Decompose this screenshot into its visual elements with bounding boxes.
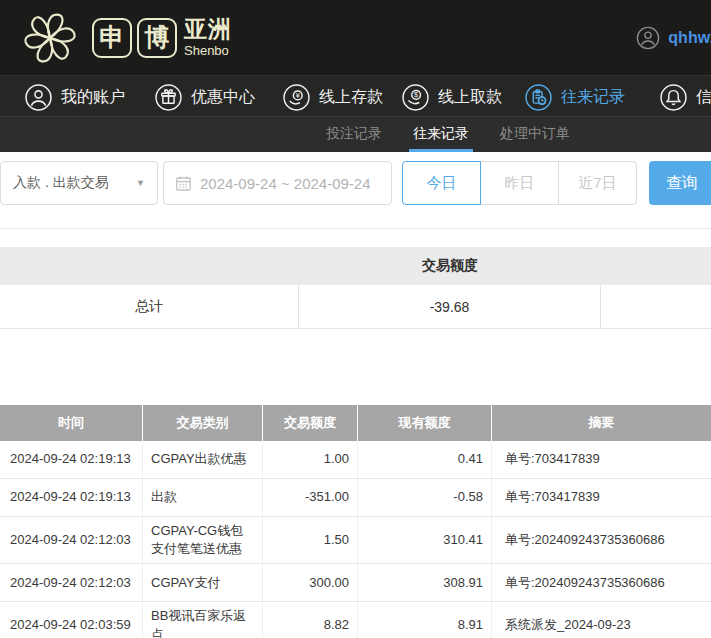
cell-category: CGPAY出款优惠 [143,441,263,478]
transaction-type-select[interactable]: 入款 . 出款交易 ▼ [0,161,158,205]
records-header-row: 时间 交易类别 交易额度 现有额度 摘要 [0,405,711,441]
brand-logo[interactable]: 申 博 亚洲 Shenbo [18,6,232,70]
user-icon [25,84,52,111]
logo-subtitle: Shenbo [184,44,232,57]
summary-table: 交易额度 总计 -39.68 [0,247,711,329]
summary-header-row: 交易额度 [0,247,711,285]
nav-item-deposit[interactable]: ¥ 线上存款 [283,76,383,117]
summary-header-spacer [601,247,711,285]
cell-amount: 8.82 [263,602,358,638]
cell-category: CGPAY-CG钱包支付笔笔送优惠 [143,517,263,563]
today-button[interactable]: 今日 [402,161,481,205]
cell-note: 单号:703417839 [492,479,711,516]
cell-category: BB视讯百家乐返点 [143,602,263,638]
summary-header-label: 交易额度 [299,247,601,285]
cell-time: 2024-09-24 02:12:03 [0,517,143,563]
logo-text: 亚洲 Shenbo [184,18,232,57]
cell-note: 单号:703417839 [492,441,711,478]
subtab-bar: 投注记录 往来记录 处理中订单 [0,117,711,152]
bell-icon [660,84,687,111]
nav-label: 往来记录 [561,87,625,108]
page: 申 博 亚洲 Shenbo qhhw2 我的账户 [0,0,711,638]
withdraw-icon: $ [402,84,429,111]
cell-balance: -0.58 [358,479,492,516]
cell-time: 2024-09-24 02:12:03 [0,564,143,601]
cell-balance: 8.91 [358,602,492,638]
date-range-input[interactable]: 2024-09-24 ~ 2024-09-24 [163,161,392,205]
summary-empty-cell [601,285,711,328]
cell-amount: 1.50 [263,517,358,563]
cell-category: CGPAY支付 [143,564,263,601]
records-body: 2024-09-24 02:19:13 CGPAY出款优惠 1.00 0.41 … [0,441,711,638]
cell-category: 出款 [143,479,263,516]
cell-balance: 310.41 [358,517,492,563]
col-header-time: 时间 [0,405,143,441]
cell-amount: 1.00 [263,441,358,478]
top-header: 申 博 亚洲 Shenbo qhhw2 [0,0,711,75]
nav-item-promotions[interactable]: 优惠中心 [155,76,255,117]
cell-time: 2024-09-24 02:03:59 [0,602,143,638]
summary-total-row: 总计 -39.68 [0,285,711,329]
gift-icon [155,84,182,111]
user-area[interactable]: qhhw2 [636,0,711,75]
col-header-amount: 交易额度 [263,405,358,441]
nav-item-withdraw[interactable]: $ 线上取款 [402,76,502,117]
summary-total-value: -39.68 [299,285,601,328]
nav-item-transaction-records[interactable]: 往来记录 [525,76,625,117]
calendar-icon [175,175,192,192]
summary-total-label: 总计 [0,285,299,328]
records-icon [525,84,552,111]
cell-amount: -351.00 [263,479,358,516]
logo-region: 亚洲 [184,18,232,41]
table-row: 2024-09-24 02:03:59 BB视讯百家乐返点 8.82 8.91 … [0,602,711,638]
nav-label: 线上存款 [319,87,383,108]
search-button[interactable]: 查询 [649,161,711,205]
main-nav: 我的账户 优惠中心 ¥ 线上存款 $ 线上取 [0,75,711,117]
logo-char-shen: 申 [92,18,132,58]
table-row: 2024-09-24 02:12:03 CGPAY-CG钱包支付笔笔送优惠 1.… [0,517,711,564]
tab-betting-records[interactable]: 投注记录 [326,117,382,152]
username[interactable]: qhhw2 [668,29,711,47]
deposit-icon: ¥ [283,84,310,111]
nav-item-messages[interactable]: 信息 [660,76,711,117]
tab-pending-orders[interactable]: 处理中订单 [500,117,570,152]
cell-balance: 308.91 [358,564,492,601]
avatar-icon [636,26,660,50]
cell-time: 2024-09-24 02:19:13 [0,441,143,478]
last-7-days-button[interactable]: 近7日 [558,161,637,205]
cell-time: 2024-09-24 02:19:13 [0,479,143,516]
table-row: 2024-09-24 02:19:13 CGPAY出款优惠 1.00 0.41 … [0,441,711,479]
nav-item-my-account[interactable]: 我的账户 [25,76,125,117]
quick-date-buttons: 今日 昨日 近7日 [402,161,637,205]
caret-down-icon: ▼ [136,178,145,188]
nav-label: 线上取款 [438,87,502,108]
table-row: 2024-09-24 02:19:13 出款 -351.00 -0.58 单号:… [0,479,711,517]
nav-label: 信息 [696,87,711,108]
summary-header-spacer [0,247,299,285]
records-table: 时间 交易类别 交易额度 现有额度 摘要 2024-09-24 02:19:13… [0,405,711,638]
cell-amount: 300.00 [263,564,358,601]
flower-logo-icon [18,6,82,70]
logo-characters: 申 博 [92,18,177,58]
cell-note: 单号:202409243735360686 [492,564,711,601]
col-header-balance: 现有额度 [358,405,492,441]
yesterday-button[interactable]: 昨日 [480,161,559,205]
nav-label: 我的账户 [61,87,125,108]
cell-balance: 0.41 [358,441,492,478]
nav-label: 优惠中心 [191,87,255,108]
filter-section: 入款 . 出款交易 ▼ 2024-09-24 ~ 2024-09-24 今日 昨… [0,152,711,229]
cell-note: 系统派发_2024-09-23 [492,602,711,638]
date-range-value: 2024-09-24 ~ 2024-09-24 [200,175,371,192]
col-header-category: 交易类别 [143,405,263,441]
svg-text:$: $ [414,90,418,99]
logo-char-bo: 博 [137,18,177,58]
tab-transaction-records[interactable]: 往来记录 [409,117,473,152]
transaction-type-value: 入款 . 出款交易 [13,174,109,192]
col-header-note: 摘要 [492,405,711,441]
cell-note: 单号:202409243735360686 [492,517,711,563]
table-row: 2024-09-24 02:12:03 CGPAY支付 300.00 308.9… [0,564,711,602]
